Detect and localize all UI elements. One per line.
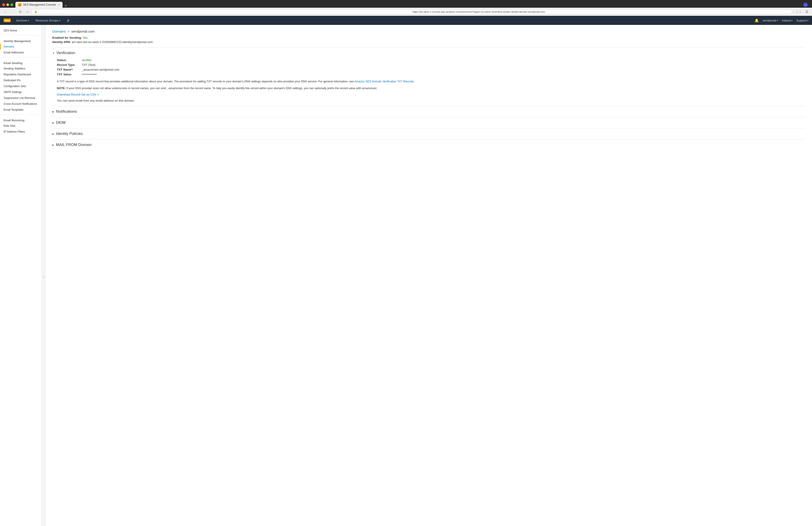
- new-tab-button[interactable]: +: [63, 4, 69, 8]
- support-dropdown[interactable]: Support ▾: [796, 19, 808, 22]
- sidebar-item-ip-address-filters[interactable]: IP Address Filters: [0, 129, 42, 135]
- sidebar-item-suppression-list-removal[interactable]: Suppression List Removal: [0, 95, 42, 101]
- identity-policies-section-title: Identity Policies: [56, 132, 83, 136]
- breadcrumb-domains-link[interactable]: Domains: [52, 29, 66, 33]
- email-receiving-header: Email Receiving: [0, 117, 42, 123]
- status-label: Status:: [57, 58, 82, 62]
- sidebar-item-sending-statistics[interactable]: Sending Statistics: [0, 66, 42, 72]
- identity-policies-toggle-icon: [52, 132, 54, 135]
- enabled-for-sending-label: Enabled for Sending:: [52, 36, 82, 40]
- tab-close-button[interactable]: ✕: [58, 3, 60, 6]
- download-record-set-link[interactable]: Download Record Set as CSV »: [57, 93, 805, 96]
- txt-value-label: TXT Value:: [57, 73, 82, 76]
- verification-section-header[interactable]: Verification: [52, 47, 805, 58]
- extensions-button[interactable]: ⋮⋮: [794, 10, 803, 14]
- refresh-button[interactable]: ↻: [18, 10, 23, 14]
- status-value: verified: [82, 58, 91, 62]
- mail-from-toggle-icon: [52, 143, 54, 147]
- record-type-value: TXT (Text): [82, 63, 96, 66]
- support-caret-icon: ▾: [807, 19, 808, 22]
- identity-policies-section-header[interactable]: Identity Policies: [52, 128, 805, 139]
- record-type-row: Record Type: TXT (Text): [57, 63, 805, 66]
- main-content: Domains > sendportal.com Enabled for Sen…: [45, 25, 812, 526]
- verification-section-title: Verification: [56, 51, 75, 55]
- region-dropdown[interactable]: Ireland ▾: [782, 19, 793, 22]
- mail-from-section-header[interactable]: MAIL FROM Domain: [52, 139, 805, 150]
- aws-logo-box: aws: [4, 18, 11, 22]
- sidebar-item-email-addresses[interactable]: Email Addresses: [0, 49, 42, 56]
- support-label: Support: [796, 19, 807, 22]
- tab-favicon: 📦: [18, 3, 21, 6]
- txt-name-value: _amazonses.sendportal.com: [82, 68, 119, 71]
- close-button[interactable]: [2, 3, 5, 6]
- dkim-section-header[interactable]: DKIM: [52, 117, 805, 128]
- sidebar-item-dedicated-ips[interactable]: Dedicated IPs: [0, 77, 42, 83]
- verification-info-text: A TXT record is a type of DNS record tha…: [57, 79, 805, 84]
- sidebar-item-email-templates[interactable]: Email Templates: [0, 107, 42, 113]
- verification-section-content: Status: verified Record Type: TXT (Text)…: [52, 58, 805, 106]
- maximize-button[interactable]: [11, 3, 13, 6]
- url-text: https://eu-west-1.console.aws.amazon.com…: [412, 11, 789, 13]
- account-name: sendportal: [763, 19, 777, 22]
- user-avatar: 👤: [803, 3, 808, 7]
- menu-button[interactable]: ☰: [804, 10, 810, 14]
- txt-value-row: TXT Value: ••••••••••••: [57, 73, 805, 76]
- notifications-bell-icon[interactable]: 🔔: [754, 18, 759, 22]
- tab-title: SES Management Console: [23, 3, 56, 6]
- resource-groups-nav-item[interactable]: Resource Groups ▾: [35, 19, 61, 22]
- aws-navbar: aws Services ▾ Resource Groups ▾ ⊁ 🔔 sen…: [0, 16, 812, 25]
- sidebar: SES Home Identity Management Domains Ema…: [0, 25, 42, 526]
- region-name: Ireland: [782, 19, 791, 22]
- aws-logo[interactable]: aws: [4, 18, 11, 22]
- identity-policies-section: Identity Policies: [52, 128, 805, 139]
- services-label: Services: [16, 19, 27, 22]
- amazonses-italic: _amazonses: [167, 87, 183, 90]
- txt-name-row: TXT Name*: _amazonses.sendportal.com: [57, 68, 805, 71]
- sidebar-item-domains[interactable]: Domains: [0, 44, 42, 49]
- status-row: Status: verified: [57, 58, 805, 62]
- sidebar-item-smtp-settings[interactable]: SMTP Settings: [0, 89, 42, 95]
- lock-icon: 🔒: [34, 10, 411, 13]
- sidebar-item-reputation-dashboard[interactable]: Reputation Dashboard: [0, 72, 42, 77]
- sidebar-item-ses-home[interactable]: SES Home: [0, 28, 42, 33]
- sidebar-item-cross-account-notifications[interactable]: Cross-Account Notifications: [0, 101, 42, 107]
- sidebar-item-configuration-sets[interactable]: Configuration Sets: [0, 83, 42, 89]
- account-caret-icon: ▾: [777, 19, 778, 22]
- sidebar-toggle[interactable]: [42, 25, 45, 526]
- account-dropdown[interactable]: sendportal ▾: [763, 19, 778, 22]
- breadcrumb-separator: >: [68, 29, 70, 33]
- notifications-section-title: Notifications: [56, 109, 77, 114]
- email-sending-header: Email Sending: [0, 59, 42, 66]
- back-button[interactable]: ←: [2, 10, 8, 14]
- services-nav-item[interactable]: Services ▾: [15, 19, 30, 22]
- address-bar[interactable]: 🔒 https://eu-west-1.console.aws.amazon.c…: [31, 9, 792, 14]
- mail-from-section-title: MAIL FROM Domain: [56, 142, 91, 147]
- amazonses-prefix-italic: amazonses:: [362, 87, 377, 90]
- can-send-text: You can send email from any email addres…: [57, 99, 805, 102]
- notifications-section: Notifications: [52, 106, 805, 117]
- forward-button[interactable]: →: [10, 10, 16, 14]
- note-label: NOTE:: [57, 87, 66, 90]
- notifications-toggle-icon: [52, 110, 54, 113]
- verification-details: Status: verified Record Type: TXT (Text)…: [57, 58, 805, 76]
- region-caret-icon: ▾: [792, 19, 793, 22]
- active-tab[interactable]: 📦 SES Management Console ✕: [15, 2, 62, 8]
- verification-toggle-icon: [52, 51, 55, 55]
- services-caret-icon: ▾: [28, 19, 29, 22]
- txt-name-label: TXT Name*:: [57, 68, 82, 71]
- pin-icon[interactable]: ⊁: [66, 18, 71, 22]
- notifications-section-header[interactable]: Notifications: [52, 106, 805, 117]
- enabled-for-sending-value: Yes: [83, 36, 87, 40]
- dkim-section-title: DKIM: [56, 120, 66, 125]
- verification-note-text: NOTE: If your DNS provider does not allo…: [57, 86, 805, 91]
- sidebar-item-rule-sets[interactable]: Rule Sets: [0, 123, 42, 129]
- identity-management-header: Identity Management: [0, 37, 42, 44]
- txt-value-value: ••••••••••••: [82, 73, 97, 76]
- minimize-button[interactable]: [6, 3, 9, 6]
- breadcrumb: Domains > sendportal.com: [52, 29, 805, 33]
- verification-section: Verification Status: verified Record Typ…: [52, 47, 805, 106]
- identity-arn-label: Identity ARN:: [52, 40, 71, 44]
- verification-txt-records-link[interactable]: Amazon SES Domain Verification TXT Recor…: [354, 80, 414, 83]
- resource-groups-caret-icon: ▾: [59, 19, 60, 22]
- home-button[interactable]: ⌂: [25, 10, 29, 14]
